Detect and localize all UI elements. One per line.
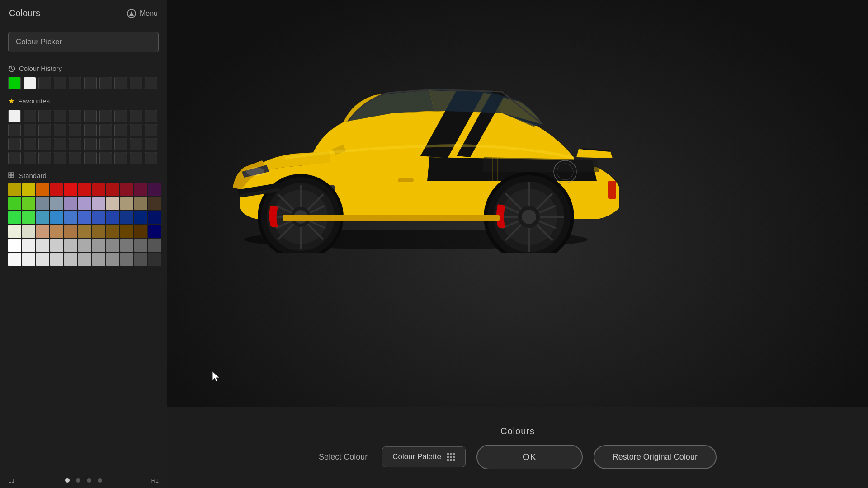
standard-colour-cell[interactable] xyxy=(92,211,105,224)
fav-empty[interactable] xyxy=(84,138,97,150)
standard-colour-cell[interactable] xyxy=(78,253,91,266)
standard-colour-cell[interactable] xyxy=(78,197,91,210)
standard-colour-cell[interactable] xyxy=(120,211,133,224)
fav-empty[interactable] xyxy=(8,138,21,150)
standard-colour-cell[interactable] xyxy=(8,197,21,210)
standard-colour-cell[interactable] xyxy=(36,239,49,252)
favourite-colour-cell[interactable] xyxy=(24,110,36,122)
fav-empty[interactable] xyxy=(145,152,157,164)
standard-colour-cell[interactable] xyxy=(148,183,161,196)
fav-empty[interactable] xyxy=(69,124,81,136)
standard-colour-cell[interactable] xyxy=(50,253,63,266)
standard-colour-cell[interactable] xyxy=(36,225,49,238)
history-colour-cell[interactable] xyxy=(84,77,97,89)
history-colour-cell[interactable] xyxy=(114,77,127,89)
standard-colour-cell[interactable] xyxy=(134,211,147,224)
fav-empty[interactable] xyxy=(114,152,127,164)
history-colour-cell[interactable] xyxy=(130,77,142,89)
fav-empty[interactable] xyxy=(130,124,142,136)
history-colour-cell[interactable] xyxy=(145,77,157,89)
standard-colour-cell[interactable] xyxy=(106,225,119,238)
standard-colour-cell[interactable] xyxy=(148,211,161,224)
fav-empty[interactable] xyxy=(99,152,112,164)
standard-colour-cell[interactable] xyxy=(64,211,77,224)
standard-colour-cell[interactable] xyxy=(78,239,91,252)
standard-colour-cell[interactable] xyxy=(64,225,77,238)
fav-empty[interactable] xyxy=(54,124,66,136)
history-colour-cell[interactable] xyxy=(24,77,36,89)
standard-colour-cell[interactable] xyxy=(134,253,147,266)
standard-colour-cell[interactable] xyxy=(120,183,133,196)
standard-colour-cell[interactable] xyxy=(92,239,105,252)
nav-dot-2[interactable] xyxy=(76,478,80,483)
history-colour-cell[interactable] xyxy=(69,77,81,89)
standard-colour-cell[interactable] xyxy=(134,197,147,210)
standard-colour-cell[interactable] xyxy=(92,197,105,210)
fav-empty[interactable] xyxy=(145,124,157,136)
standard-colour-cell[interactable] xyxy=(22,239,35,252)
favourite-colour-cell[interactable] xyxy=(99,110,112,122)
standard-colour-cell[interactable] xyxy=(36,183,49,196)
standard-colour-cell[interactable] xyxy=(148,225,161,238)
favourite-colour-cell[interactable] xyxy=(54,110,66,122)
fav-empty[interactable] xyxy=(38,124,51,136)
colour-picker-field[interactable]: Colour Picker xyxy=(8,32,159,52)
fav-empty[interactable] xyxy=(114,124,127,136)
standard-colour-cell[interactable] xyxy=(50,211,63,224)
restore-original-colour-button[interactable]: Restore Original Colour xyxy=(594,445,717,469)
standard-colour-cell[interactable] xyxy=(148,239,161,252)
standard-colour-cell[interactable] xyxy=(64,183,77,196)
standard-colour-cell[interactable] xyxy=(120,253,133,266)
standard-colour-cell[interactable] xyxy=(106,197,119,210)
standard-colour-cell[interactable] xyxy=(120,197,133,210)
fav-empty[interactable] xyxy=(24,152,36,164)
fav-empty[interactable] xyxy=(130,152,142,164)
standard-colour-cell[interactable] xyxy=(106,239,119,252)
fav-empty[interactable] xyxy=(114,138,127,150)
standard-colour-cell[interactable] xyxy=(92,225,105,238)
standard-colour-cell[interactable] xyxy=(120,239,133,252)
fav-empty[interactable] xyxy=(99,138,112,150)
favourite-colour-cell[interactable] xyxy=(130,110,142,122)
standard-colour-cell[interactable] xyxy=(64,253,77,266)
standard-colour-cell[interactable] xyxy=(8,183,21,196)
standard-colour-cell[interactable] xyxy=(22,197,35,210)
menu-button[interactable]: Menu xyxy=(127,9,158,18)
standard-colour-cell[interactable] xyxy=(64,239,77,252)
standard-colour-cell[interactable] xyxy=(92,253,105,266)
standard-colour-cell[interactable] xyxy=(134,225,147,238)
favourite-colour-cell[interactable] xyxy=(84,110,97,122)
standard-colour-cell[interactable] xyxy=(22,253,35,266)
standard-colour-cell[interactable] xyxy=(8,225,21,238)
standard-colour-cell[interactable] xyxy=(92,183,105,196)
nav-dot-4[interactable] xyxy=(98,478,102,483)
nav-dot-3[interactable] xyxy=(87,478,91,483)
standard-colour-cell[interactable] xyxy=(120,225,133,238)
fav-empty[interactable] xyxy=(54,152,66,164)
standard-colour-cell[interactable] xyxy=(36,253,49,266)
fav-empty[interactable] xyxy=(84,124,97,136)
standard-colour-cell[interactable] xyxy=(78,183,91,196)
history-colour-cell[interactable] xyxy=(54,77,66,89)
favourite-colour-cell[interactable] xyxy=(8,110,21,122)
standard-colour-cell[interactable] xyxy=(36,211,49,224)
standard-colour-cell[interactable] xyxy=(50,239,63,252)
history-colour-cell[interactable] xyxy=(8,77,21,89)
nav-dot-1[interactable] xyxy=(65,478,70,483)
standard-colour-cell[interactable] xyxy=(64,197,77,210)
standard-colour-cell[interactable] xyxy=(106,183,119,196)
standard-colour-cell[interactable] xyxy=(106,211,119,224)
standard-colour-cell[interactable] xyxy=(36,197,49,210)
favourite-colour-cell[interactable] xyxy=(69,110,81,122)
standard-colour-cell[interactable] xyxy=(22,225,35,238)
history-colour-cell[interactable] xyxy=(99,77,112,89)
favourite-colour-cell[interactable] xyxy=(38,110,51,122)
standard-colour-cell[interactable] xyxy=(8,253,21,266)
fav-empty[interactable] xyxy=(84,152,97,164)
fav-empty[interactable] xyxy=(24,138,36,150)
fav-empty[interactable] xyxy=(99,124,112,136)
fav-empty[interactable] xyxy=(130,138,142,150)
standard-colour-cell[interactable] xyxy=(8,239,21,252)
ok-button[interactable]: OK xyxy=(476,445,583,469)
standard-colour-cell[interactable] xyxy=(50,225,63,238)
